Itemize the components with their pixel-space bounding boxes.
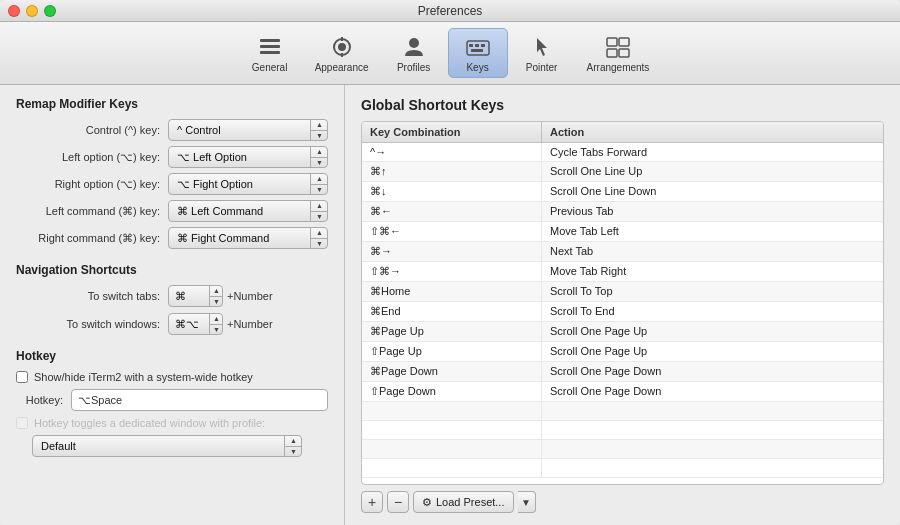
control-key-select[interactable]: ^ Control [168,119,328,141]
arrow-down-icon[interactable]: ▼ [311,238,328,250]
right-panel: Global Shortout Keys Key Combination Act… [345,85,900,525]
toolbar-item-appearance[interactable]: Appearance [304,28,380,78]
minimize-button[interactable] [26,5,38,17]
arrow-down-icon[interactable]: ▼ [311,211,328,223]
svg-rect-8 [467,41,489,55]
arrow-down-icon[interactable]: ▼ [311,184,328,196]
control-key-stepper[interactable]: ▲ ▼ [310,119,328,141]
switch-windows-select-container: ⌘⌥ ▲ ▼ [168,313,223,335]
profile-stepper[interactable]: ▲ ▼ [284,435,302,457]
left-command-key-select-container: ⌘ Left Command ▲ ▼ [168,200,328,222]
arrow-up-icon[interactable]: ▲ [210,285,223,296]
left-command-key-row: Left command (⌘) key: ⌘ Left Command ▲ ▼ [16,200,328,222]
key-combination-cell: ⇧⌘← [362,222,542,241]
left-command-stepper[interactable]: ▲ ▼ [310,200,328,222]
right-command-key-select[interactable]: ⌘ Fight Command [168,227,328,249]
arrow-up-icon[interactable]: ▲ [210,313,223,324]
table-row[interactable]: ⌘→ Next Tab [362,242,883,262]
action-cell [542,440,883,458]
arrow-up-icon[interactable]: ▲ [285,435,302,446]
switch-tabs-stepper[interactable]: ▲ ▼ [209,285,223,307]
action-cell: Scroll One Page Up [542,322,883,341]
arrow-down-icon[interactable]: ▼ [311,130,328,142]
load-preset-button[interactable]: ⚙ Load Preset... [413,491,514,513]
action-cell: Previous Tab [542,202,883,221]
navigation-section-title: Navigation Shortcuts [16,263,328,277]
toolbar-item-profiles[interactable]: Profiles [384,28,444,78]
hotkey-input[interactable] [71,389,328,411]
table-row[interactable]: ⇧Page Down Scroll One Page Down [362,382,883,402]
gear-icon: ⚙ [422,496,432,509]
right-command-key-row: Right command (⌘) key: ⌘ Fight Command ▲… [16,227,328,249]
arrow-up-icon[interactable]: ▲ [311,119,328,130]
action-cell: Next Tab [542,242,883,261]
table-row[interactable]: ⌘Page Down Scroll One Page Down [362,362,883,382]
table-row[interactable] [362,421,883,440]
action-cell: Scroll One Page Up [542,342,883,361]
key-combination-cell: ⌘← [362,202,542,221]
right-option-key-select[interactable]: ⌥ Fight Option [168,173,328,195]
switch-windows-plus-number: +Number [227,318,273,330]
right-option-stepper[interactable]: ▲ ▼ [310,173,328,195]
hotkey-toggle-checkbox[interactable] [16,417,28,429]
arrow-down-icon[interactable]: ▼ [210,324,223,336]
arrow-up-icon[interactable]: ▲ [311,227,328,238]
arrow-up-icon[interactable]: ▲ [311,200,328,211]
profile-select-wrapper: Default ▲ ▼ [16,435,328,457]
right-command-stepper[interactable]: ▲ ▼ [310,227,328,249]
right-option-key-label: Right option (⌥) key: [16,178,168,191]
toolbar-item-keys[interactable]: Keys [448,28,508,78]
hotkey-toggle-label: Hotkey toggles a dedicated window with p… [34,417,265,429]
dropdown-arrow-icon: ▼ [521,497,531,508]
arrow-up-icon[interactable]: ▲ [311,173,328,184]
left-option-stepper[interactable]: ▲ ▼ [310,146,328,168]
table-row[interactable]: ⇧Page Up Scroll One Page Up [362,342,883,362]
arrow-up-icon[interactable]: ▲ [311,146,328,157]
left-panel: Remap Modifier Keys Control (^) key: ^ C… [0,85,345,525]
table-row[interactable] [362,440,883,459]
table-row[interactable] [362,402,883,421]
control-key-row: Control (^) key: ^ Control ▲ ▼ [16,119,328,141]
profiles-icon [400,33,428,61]
table-row[interactable]: ⇧⌘← Move Tab Left [362,222,883,242]
left-option-key-select[interactable]: ⌥ Left Option [168,146,328,168]
table-row[interactable]: ⌘Home Scroll To Top [362,282,883,302]
svg-point-4 [338,43,346,51]
switch-windows-controls: ⌘⌥ ▲ ▼ +Number [168,313,328,335]
shortcuts-table: Key Combination Action ^→ Cycle Tabs For… [361,121,884,485]
table-row[interactable] [362,459,883,478]
left-option-key-label: Left option (⌥) key: [16,151,168,164]
toolbar-item-pointer[interactable]: Pointer [512,28,572,78]
key-combination-cell: ⌘↑ [362,162,542,181]
table-row[interactable]: ⌘↓ Scroll One Line Down [362,182,883,202]
right-command-key-select-container: ⌘ Fight Command ▲ ▼ [168,227,328,249]
add-shortcut-button[interactable]: + [361,491,383,513]
load-preset-dropdown-button[interactable]: ▼ [518,491,536,513]
window-controls [8,5,56,17]
arrow-down-icon[interactable]: ▼ [311,157,328,169]
hotkey-toggle-row: Hotkey toggles a dedicated window with p… [16,417,328,429]
key-combination-cell [362,421,542,439]
maximize-button[interactable] [44,5,56,17]
close-button[interactable] [8,5,20,17]
switch-tabs-select-container: ⌘ ▲ ▼ [168,285,223,307]
hotkey-checkbox[interactable] [16,371,28,383]
toolbar-item-general[interactable]: General [240,28,300,78]
table-row[interactable]: ⌘↑ Scroll One Line Up [362,162,883,182]
left-command-key-select[interactable]: ⌘ Left Command [168,200,328,222]
action-cell: Scroll To Top [542,282,883,301]
switch-windows-stepper[interactable]: ▲ ▼ [209,313,223,335]
hotkey-field-row: Hotkey: [16,389,328,411]
remove-shortcut-button[interactable]: − [387,491,409,513]
table-row[interactable]: ⌘End Scroll To End [362,302,883,322]
profile-select[interactable]: Default [32,435,302,457]
table-row[interactable]: ⌘Page Up Scroll One Page Up [362,322,883,342]
toolbar-item-arrangements[interactable]: Arrangements [576,28,661,78]
table-row[interactable]: ^→ Cycle Tabs Forward [362,143,883,162]
table-row[interactable]: ⌘← Previous Tab [362,202,883,222]
svg-rect-11 [481,44,485,47]
arrow-down-icon[interactable]: ▼ [285,446,302,458]
table-row[interactable]: ⇧⌘→ Move Tab Right [362,262,883,282]
action-cell: Scroll One Line Down [542,182,883,201]
arrow-down-icon[interactable]: ▼ [210,296,223,308]
